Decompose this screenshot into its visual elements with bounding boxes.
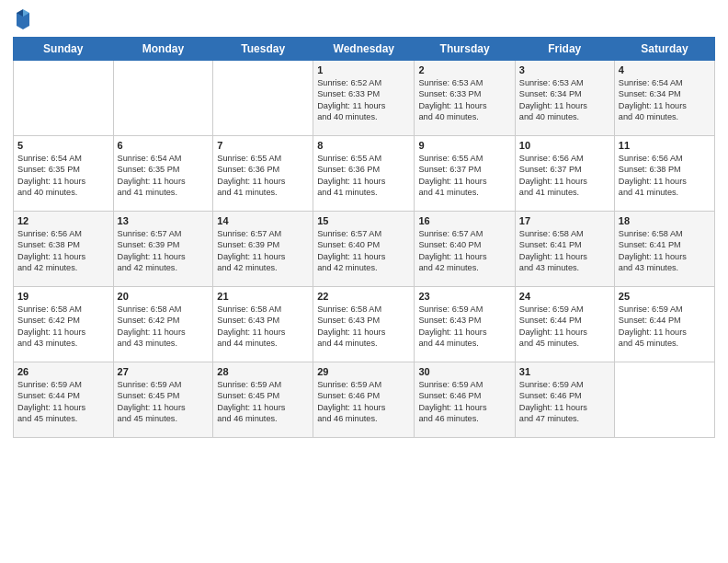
day-number: 16	[418, 215, 510, 226]
calendar-cell: 18Sunrise: 6:58 AM Sunset: 6:41 PM Dayli…	[614, 212, 714, 287]
day-info: Sunrise: 6:59 AM Sunset: 6:46 PM Dayligh…	[418, 379, 510, 425]
day-info: Sunrise: 6:55 AM Sunset: 6:36 PM Dayligh…	[217, 153, 309, 199]
day-number: 19	[17, 291, 109, 302]
calendar-cell: 19Sunrise: 6:58 AM Sunset: 6:42 PM Dayli…	[14, 287, 114, 362]
calendar-cell: 23Sunrise: 6:59 AM Sunset: 6:43 PM Dayli…	[415, 287, 515, 362]
day-number: 25	[619, 291, 711, 302]
calendar-cell: 4Sunrise: 6:54 AM Sunset: 6:34 PM Daylig…	[614, 61, 714, 136]
day-info: Sunrise: 6:58 AM Sunset: 6:41 PM Dayligh…	[619, 228, 711, 274]
day-number: 9	[418, 140, 510, 151]
calendar-cell: 13Sunrise: 6:57 AM Sunset: 6:39 PM Dayli…	[113, 212, 213, 287]
day-info: Sunrise: 6:58 AM Sunset: 6:43 PM Dayligh…	[317, 304, 410, 350]
day-info: Sunrise: 6:58 AM Sunset: 6:42 PM Dayligh…	[17, 304, 109, 350]
day-number: 18	[619, 215, 711, 226]
day-info: Sunrise: 6:59 AM Sunset: 6:44 PM Dayligh…	[519, 304, 610, 350]
calendar-week-row: 12Sunrise: 6:56 AM Sunset: 6:38 PM Dayli…	[14, 212, 715, 287]
weekday-header-cell: Sunday	[14, 38, 114, 61]
day-number: 21	[217, 291, 309, 302]
weekday-header-cell: Friday	[515, 38, 614, 61]
weekday-header-cell: Tuesday	[213, 38, 313, 61]
day-info: Sunrise: 6:54 AM Sunset: 6:35 PM Dayligh…	[17, 153, 109, 199]
calendar-cell: 17Sunrise: 6:58 AM Sunset: 6:41 PM Dayli…	[515, 212, 614, 287]
day-number: 29	[317, 366, 410, 377]
calendar-cell: 9Sunrise: 6:55 AM Sunset: 6:37 PM Daylig…	[415, 136, 515, 212]
weekday-header-cell: Thursday	[415, 38, 515, 61]
day-info: Sunrise: 6:59 AM Sunset: 6:44 PM Dayligh…	[17, 379, 109, 425]
calendar-cell: 27Sunrise: 6:59 AM Sunset: 6:45 PM Dayli…	[113, 362, 213, 438]
calendar-cell: 1Sunrise: 6:52 AM Sunset: 6:33 PM Daylig…	[313, 61, 415, 136]
day-number: 10	[519, 140, 610, 151]
day-info: Sunrise: 6:59 AM Sunset: 6:44 PM Dayligh…	[619, 304, 711, 350]
calendar-cell: 11Sunrise: 6:56 AM Sunset: 6:38 PM Dayli…	[614, 136, 714, 212]
day-number: 11	[619, 140, 711, 151]
day-number: 7	[217, 140, 309, 151]
calendar-cell: 15Sunrise: 6:57 AM Sunset: 6:40 PM Dayli…	[313, 212, 415, 287]
day-info: Sunrise: 6:53 AM Sunset: 6:34 PM Dayligh…	[519, 77, 610, 123]
calendar-week-row: 1Sunrise: 6:52 AM Sunset: 6:33 PM Daylig…	[14, 61, 715, 136]
calendar-cell: 10Sunrise: 6:56 AM Sunset: 6:37 PM Dayli…	[515, 136, 614, 212]
day-info: Sunrise: 6:57 AM Sunset: 6:39 PM Dayligh…	[217, 228, 309, 274]
calendar-cell: 2Sunrise: 6:53 AM Sunset: 6:33 PM Daylig…	[415, 61, 515, 136]
day-number: 26	[17, 366, 109, 377]
calendar-cell: 30Sunrise: 6:59 AM Sunset: 6:46 PM Dayli…	[415, 362, 515, 438]
calendar-cell: 29Sunrise: 6:59 AM Sunset: 6:46 PM Dayli…	[313, 362, 415, 438]
day-info: Sunrise: 6:57 AM Sunset: 6:39 PM Dayligh…	[118, 228, 210, 274]
day-number: 2	[418, 64, 510, 75]
day-number: 28	[217, 366, 309, 377]
day-number: 8	[317, 140, 410, 151]
day-number: 20	[118, 291, 210, 302]
calendar-cell	[614, 362, 714, 438]
day-info: Sunrise: 6:54 AM Sunset: 6:34 PM Dayligh…	[619, 77, 711, 123]
calendar-week-row: 26Sunrise: 6:59 AM Sunset: 6:44 PM Dayli…	[14, 362, 715, 438]
day-info: Sunrise: 6:58 AM Sunset: 6:41 PM Dayligh…	[519, 228, 610, 274]
calendar-cell: 8Sunrise: 6:55 AM Sunset: 6:36 PM Daylig…	[313, 136, 415, 212]
day-number: 1	[317, 64, 410, 75]
calendar-cell: 22Sunrise: 6:58 AM Sunset: 6:43 PM Dayli…	[313, 287, 415, 362]
day-info: Sunrise: 6:54 AM Sunset: 6:35 PM Dayligh…	[118, 153, 210, 199]
calendar-body: 1Sunrise: 6:52 AM Sunset: 6:33 PM Daylig…	[14, 61, 715, 438]
calendar-cell	[14, 61, 114, 136]
calendar-cell: 14Sunrise: 6:57 AM Sunset: 6:39 PM Dayli…	[213, 212, 313, 287]
calendar-cell: 21Sunrise: 6:58 AM Sunset: 6:43 PM Dayli…	[213, 287, 313, 362]
calendar-cell: 16Sunrise: 6:57 AM Sunset: 6:40 PM Dayli…	[415, 212, 515, 287]
day-info: Sunrise: 6:59 AM Sunset: 6:46 PM Dayligh…	[519, 379, 610, 425]
page: SundayMondayTuesdayWednesdayThursdayFrid…	[0, 0, 728, 563]
day-info: Sunrise: 6:52 AM Sunset: 6:33 PM Dayligh…	[317, 77, 410, 123]
calendar-cell	[213, 61, 313, 136]
day-number: 17	[519, 215, 610, 226]
calendar-cell	[113, 61, 213, 136]
day-number: 27	[118, 366, 210, 377]
day-number: 23	[418, 291, 510, 302]
calendar-cell: 31Sunrise: 6:59 AM Sunset: 6:46 PM Dayli…	[515, 362, 614, 438]
calendar-cell: 5Sunrise: 6:54 AM Sunset: 6:35 PM Daylig…	[14, 136, 114, 212]
day-number: 22	[317, 291, 410, 302]
day-info: Sunrise: 6:59 AM Sunset: 6:45 PM Dayligh…	[217, 379, 309, 425]
day-info: Sunrise: 6:55 AM Sunset: 6:37 PM Dayligh…	[418, 153, 510, 199]
day-info: Sunrise: 6:59 AM Sunset: 6:45 PM Dayligh…	[118, 379, 210, 425]
calendar-week-row: 19Sunrise: 6:58 AM Sunset: 6:42 PM Dayli…	[14, 287, 715, 362]
day-number: 3	[519, 64, 610, 75]
logo-icon	[15, 9, 31, 29]
day-info: Sunrise: 6:56 AM Sunset: 6:38 PM Dayligh…	[619, 153, 711, 199]
day-number: 4	[619, 64, 711, 75]
calendar-cell: 26Sunrise: 6:59 AM Sunset: 6:44 PM Dayli…	[14, 362, 114, 438]
day-number: 15	[317, 215, 410, 226]
day-number: 24	[519, 291, 610, 302]
day-number: 5	[17, 140, 109, 151]
calendar-cell: 25Sunrise: 6:59 AM Sunset: 6:44 PM Dayli…	[614, 287, 714, 362]
header	[13, 9, 715, 29]
day-number: 13	[118, 215, 210, 226]
weekday-header-row: SundayMondayTuesdayWednesdayThursdayFrid…	[14, 38, 715, 61]
day-number: 14	[217, 215, 309, 226]
day-info: Sunrise: 6:57 AM Sunset: 6:40 PM Dayligh…	[317, 228, 410, 274]
day-info: Sunrise: 6:58 AM Sunset: 6:43 PM Dayligh…	[217, 304, 309, 350]
day-number: 6	[118, 140, 210, 151]
weekday-header-cell: Monday	[113, 38, 213, 61]
day-info: Sunrise: 6:59 AM Sunset: 6:43 PM Dayligh…	[418, 304, 510, 350]
day-number: 30	[418, 366, 510, 377]
day-info: Sunrise: 6:53 AM Sunset: 6:33 PM Dayligh…	[418, 77, 510, 123]
logo	[13, 9, 31, 29]
day-info: Sunrise: 6:58 AM Sunset: 6:42 PM Dayligh…	[118, 304, 210, 350]
weekday-header-cell: Wednesday	[313, 38, 415, 61]
calendar-table: SundayMondayTuesdayWednesdayThursdayFrid…	[13, 37, 715, 438]
